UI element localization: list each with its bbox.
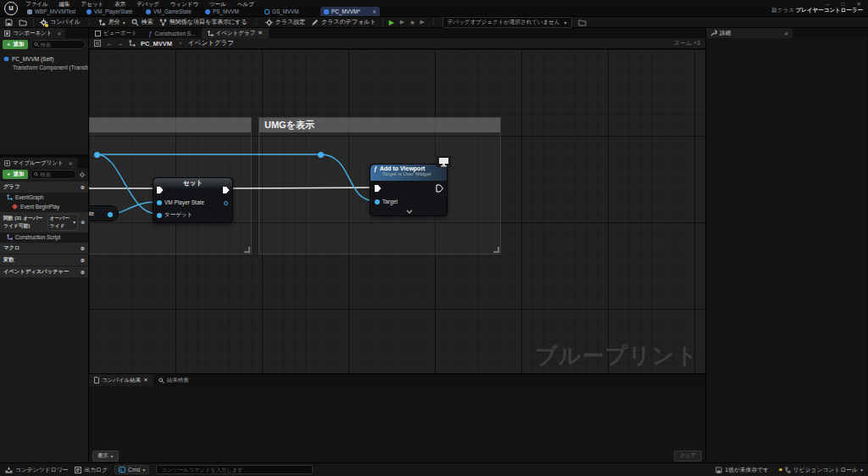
gear-icon[interactable] [79, 171, 86, 178]
revision-control-button[interactable]: リビジョンコントロール ▾ [779, 466, 863, 474]
my-blueprint-search[interactable] [31, 170, 77, 179]
tab-close-icon[interactable]: ✕ [258, 30, 262, 36]
override-select[interactable]: オーバーライド ▾ [47, 214, 79, 231]
add-to-viewport-node[interactable]: ƒ Add to Viewport Target is User Widget … [370, 164, 448, 216]
comment-resize-handle[interactable] [244, 247, 250, 253]
event-graph-item[interactable]: EventGraph [0, 193, 88, 202]
debug-object-select[interactable]: デバッグオブジェクトが選択されていません ▾ [442, 17, 572, 28]
clear-button[interactable]: クリア [674, 451, 702, 462]
compile-options-kebab-icon[interactable]: ⋮ [86, 19, 92, 25]
graphs-section-header[interactable]: グラフ ⊕ [0, 182, 88, 193]
cmd-select[interactable]: Cmd ▾ [114, 465, 149, 474]
add-function-icon[interactable]: ⊕ [81, 220, 85, 225]
components-search-input[interactable] [41, 42, 82, 48]
asset-tab-vm-playerstate[interactable]: VM_PlayerState [83, 7, 142, 16]
macros-section-header[interactable]: マクロ ⊕ [0, 243, 88, 254]
tab-event-graph[interactable]: イベントグラフ ✕ [202, 28, 269, 38]
reroute-node[interactable] [94, 152, 100, 158]
my-blueprint-search-input[interactable] [40, 171, 73, 177]
breadcrumb-root[interactable]: PC_MVVM [141, 40, 172, 48]
my-blueprint-panel-tab[interactable]: マイブループリント ✕ [0, 158, 77, 168]
details-panel-tab[interactable]: 詳細 ✕ [706, 28, 793, 38]
add-variable-icon[interactable]: ⊕ [81, 257, 85, 263]
compile-button[interactable]: コンパイル [40, 18, 81, 26]
variable-get-node[interactable]: State [89, 205, 119, 221]
add-macro-icon[interactable]: ⊕ [81, 245, 85, 251]
add-blueprint-member-button[interactable]: ＋追加 [3, 170, 28, 179]
reroute-node[interactable] [318, 152, 324, 158]
stop-button[interactable]: ■ [410, 20, 414, 25]
play-options-kebab-icon[interactable]: ⋮ [431, 19, 437, 25]
frame-skip-button[interactable]: ▶ [400, 19, 404, 25]
browse-asset-icon[interactable] [19, 19, 27, 26]
tab-close-icon[interactable]: ✕ [372, 8, 376, 14]
construction-script-item[interactable]: Construction Script [0, 232, 88, 242]
event-beginplay-item[interactable]: Event BeginPlay [0, 202, 88, 211]
tab-close-icon[interactable]: ✕ [143, 377, 147, 384]
results-search-tab[interactable]: 結果検索 [153, 374, 194, 386]
target-pin[interactable] [375, 199, 380, 204]
asset-tab-ps-mvvm[interactable]: PS_MVVM [202, 7, 261, 16]
asset-tab-pc-mvvm[interactable]: PC_MVVM* ✕ [320, 7, 380, 16]
close-icon[interactable]: ✕ [69, 160, 73, 166]
breadcrumb-current[interactable]: イベントグラフ [188, 39, 234, 48]
dispatchers-section-header[interactable]: イベントディスパッチャー ⊕ [0, 266, 88, 277]
exec-pin-out[interactable] [222, 186, 230, 194]
tab-construction-script[interactable]: ƒ Construction S... [143, 28, 202, 38]
play-button[interactable]: ▶ [389, 19, 394, 26]
add-component-button[interactable]: ＋追加 [3, 40, 28, 49]
data-pin-in[interactable] [157, 200, 162, 205]
compile-results-tab[interactable]: コンパイル結果 ✕ [89, 374, 153, 386]
components-panel-tab[interactable]: コンポーネント ✕ [0, 28, 65, 38]
class-settings-button[interactable]: クラス設定 [265, 18, 306, 26]
data-pin-out[interactable] [108, 212, 113, 217]
node-title: Add to Viewport [380, 165, 426, 171]
gear-icon [265, 19, 273, 26]
comment-header[interactable]: UMGを表示 [259, 118, 500, 132]
hide-unrelated-kebab-icon[interactable]: ⋮ [253, 19, 259, 25]
console-command-input[interactable] [156, 465, 313, 474]
add-graph-icon[interactable]: ⊕ [81, 184, 85, 190]
exec-pin-in[interactable] [374, 184, 381, 193]
output-log-button[interactable]: 出力ログ [75, 466, 108, 474]
variables-section-header[interactable]: 変数 ⊕ [0, 255, 88, 266]
component-item-self[interactable]: PC_MVVM (Self) [0, 54, 88, 63]
plus-icon: ＋ [6, 41, 12, 48]
components-search[interactable] [31, 40, 86, 49]
zoom-indicator: ズーム +3 [674, 39, 700, 48]
diff-button[interactable]: 差分 ▾ [98, 18, 125, 26]
pencil-icon [311, 19, 319, 26]
set-node[interactable]: セット VM Player State ターゲット [153, 177, 233, 223]
tab-viewport[interactable]: ビューポート [89, 28, 143, 38]
data-pin-in[interactable] [157, 213, 162, 218]
unsaved-status[interactable]: 1個が未保存です [715, 466, 769, 474]
graph-canvas[interactable]: UMGを表示 State [89, 49, 705, 373]
blueprint-class-icon [205, 9, 210, 14]
asset-tab-gs-mvvm[interactable]: GS_MVVM [261, 7, 320, 16]
collapse-chevron-icon[interactable] [406, 210, 413, 214]
component-item-transform[interactable]: Transform Component (TransformComp [0, 63, 88, 72]
browse-debug-icon[interactable] [578, 19, 587, 26]
functions-section-header[interactable]: 関数 (31 オーバーライド可能) オーバーライド ▾ ⊕ [0, 212, 88, 232]
comment-header[interactable] [89, 118, 251, 132]
content-drawer-button[interactable]: コンテンツドロワー [5, 466, 68, 474]
class-defaults-button[interactable]: クラスのデフォルト [311, 18, 376, 26]
add-dispatcher-icon[interactable]: ⊕ [81, 269, 85, 275]
forward-button[interactable]: → [118, 40, 125, 48]
exec-pin-in[interactable] [156, 186, 164, 194]
find-button[interactable]: 検索 [131, 18, 153, 26]
close-icon[interactable]: ✕ [784, 31, 788, 36]
graph-list-icon[interactable] [94, 40, 101, 47]
hide-unrelated-button[interactable]: 無関係な項目を非表示にする [159, 18, 248, 26]
asset-tab-wbp-mvvmtest[interactable]: WBP_MVVMTest [24, 7, 83, 16]
back-button[interactable]: ← [106, 40, 113, 48]
show-button[interactable]: 表示 ▾ [92, 451, 119, 462]
blueprint-watermark: ブループリント [535, 341, 698, 371]
save-icon[interactable] [5, 19, 13, 26]
asset-tab-vm-gamestate[interactable]: VM_GameState [142, 7, 202, 16]
eject-button[interactable]: ▶ [420, 19, 424, 25]
comment-resize-handle[interactable] [493, 247, 499, 253]
exec-pin-out[interactable] [436, 184, 443, 193]
close-icon[interactable]: ✕ [57, 31, 61, 36]
output-pin[interactable] [224, 201, 228, 205]
